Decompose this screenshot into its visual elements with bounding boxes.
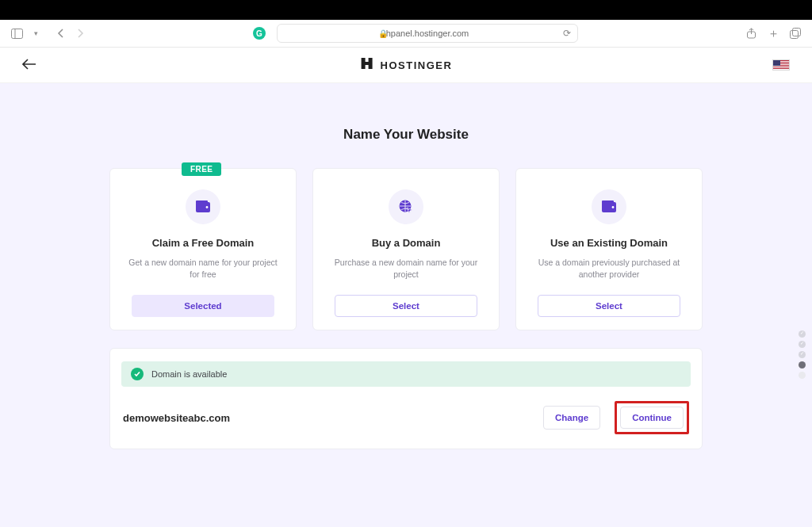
select-button[interactable]: Select: [538, 295, 680, 317]
lock-icon: 🔒: [378, 29, 388, 38]
svg-rect-10: [602, 200, 614, 204]
nav-back-icon[interactable]: [54, 26, 68, 40]
card-desc: Use a domain previously purchased at ano…: [527, 257, 691, 282]
availability-banner: Domain is available: [121, 361, 691, 387]
brand-mark-icon: [360, 56, 374, 74]
free-badge: FREE: [182, 162, 221, 176]
page-body: Name Your Website FREE Claim a Free Doma…: [0, 83, 812, 527]
continue-highlight-box: Continue: [615, 401, 689, 434]
refresh-icon[interactable]: ⟳: [563, 28, 571, 39]
chevron-down-icon[interactable]: ▾: [29, 26, 43, 40]
step-dot-done: [799, 341, 806, 348]
nav-forward-icon[interactable]: [73, 26, 87, 40]
new-tab-icon[interactable]: ＋: [766, 26, 780, 40]
svg-rect-6: [196, 200, 208, 204]
selected-button[interactable]: Selected: [132, 295, 274, 317]
card-title: Use an Existing Domain: [550, 237, 668, 249]
globe-cursor-icon: [389, 189, 423, 224]
brand-name: HOSTINGER: [381, 59, 453, 71]
wizard-progress-dots: [799, 330, 806, 379]
card-title: Claim a Free Domain: [152, 237, 255, 249]
card-title: Buy a Domain: [372, 237, 441, 249]
card-existing-domain: Use an Existing Domain Use a domain prev…: [515, 168, 703, 330]
card-desc: Get a new domain name for your project f…: [121, 257, 285, 282]
grammarly-icon[interactable]: G: [253, 27, 266, 40]
svg-rect-4: [793, 29, 801, 36]
check-circle-icon: [131, 368, 144, 380]
tabs-icon[interactable]: [788, 26, 802, 40]
app-header: HOSTINGER: [0, 48, 812, 83]
step-dot-done: [799, 351, 806, 358]
svg-rect-3: [791, 31, 799, 39]
domain-option-cards: FREE Claim a Free Domain Get a new domai…: [0, 168, 812, 330]
brand-logo: HOSTINGER: [360, 56, 453, 74]
sidebar-toggle-icon[interactable]: [10, 26, 24, 40]
availability-message: Domain is available: [151, 369, 227, 379]
usa-flag-icon[interactable]: [772, 59, 790, 71]
domain-name: demowebsiteabc.com: [123, 412, 230, 424]
address-bar[interactable]: 🔒 hpanel.hostinger.com ⟳: [277, 24, 578, 43]
select-button[interactable]: Select: [335, 295, 477, 317]
card-claim-free-domain: FREE Claim a Free Domain Get a new domai…: [109, 168, 297, 330]
domain-availability-panel: Domain is available demowebsiteabc.com C…: [109, 348, 703, 449]
wallet-icon: [592, 189, 626, 224]
svg-point-11: [612, 206, 615, 208]
step-dot-future: [799, 372, 806, 379]
browser-chrome: ▾ G 🔒 hpanel.hostinger.com ⟳ ＋: [0, 20, 812, 48]
back-arrow-icon[interactable]: [22, 57, 36, 74]
continue-button[interactable]: Continue: [620, 407, 684, 429]
card-buy-domain: Buy a Domain Purchase a new domain name …: [312, 168, 500, 330]
step-dot-current: [799, 361, 806, 369]
top-system-bar: [0, 0, 812, 20]
share-icon[interactable]: [744, 26, 758, 40]
url-text: hpanel.hostinger.com: [386, 29, 469, 38]
card-desc: Purchase a new domain name for your proj…: [324, 257, 488, 282]
page-title: Name Your Website: [0, 127, 812, 143]
wallet-icon: [186, 189, 220, 224]
svg-rect-0: [11, 29, 22, 38]
step-dot-done: [799, 330, 806, 338]
svg-point-7: [206, 206, 209, 208]
change-button[interactable]: Change: [543, 406, 600, 430]
